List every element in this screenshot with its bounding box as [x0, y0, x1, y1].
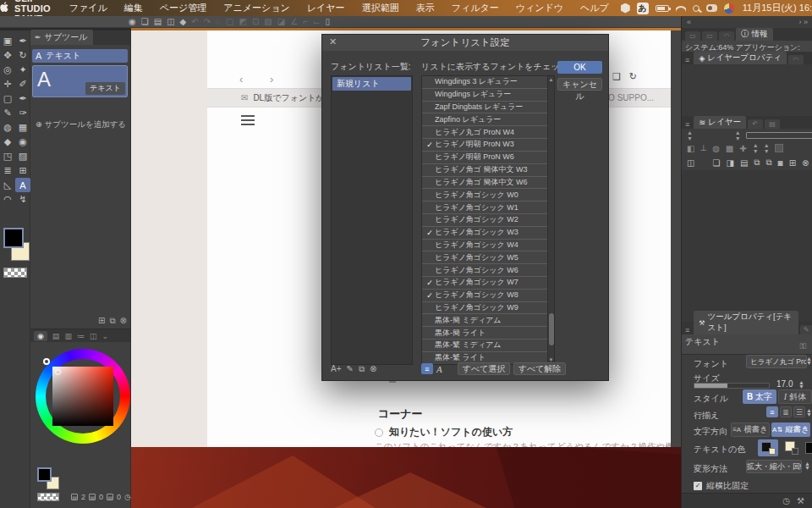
color-set-tab[interactable]: ▥: [64, 332, 72, 340]
input-method-icon[interactable]: あ: [637, 3, 649, 14]
font-row[interactable]: ✓ヒラギノ明朝 ProN W3: [422, 139, 547, 152]
csp-logo-icon[interactable]: ◉: [129, 16, 136, 28]
blend-tool[interactable]: ◉: [15, 135, 30, 149]
font-row[interactable]: Wingdings 3 レギュラー: [422, 76, 547, 89]
dialog-close-icon[interactable]: ✕: [329, 36, 337, 47]
snap-ruler-icon[interactable]: ∠: [290, 16, 298, 28]
font-row[interactable]: Zapf Dingbats レギュラー: [422, 102, 547, 114]
modify-tool-icon[interactable]: ✎: [800, 325, 812, 334]
menu-item-1[interactable]: 編集: [124, 2, 143, 14]
polyline-tool[interactable]: ◺: [0, 178, 15, 192]
spotlight-search-icon[interactable]: [693, 3, 700, 14]
panel-menu-icon[interactable]: ≡: [685, 326, 689, 334]
csp-status-icon[interactable]: [621, 3, 630, 14]
main-color-swatch-small[interactable]: [37, 467, 52, 482]
align-right-icon[interactable]: ☰: [793, 406, 805, 417]
font-row[interactable]: ヒラギノ丸ゴ ProN W4: [422, 126, 547, 139]
tab-layer[interactable]: ≋ レイヤー: [694, 116, 746, 129]
tab-layer-property[interactable]: ◈ レイヤープロパティ: [694, 52, 787, 64]
shrink-selection-icon[interactable]: ▧: [264, 16, 272, 28]
clip-at-layer-icon[interactable]: ◧: [687, 144, 694, 153]
tab-info[interactable]: ⓘ 情報: [736, 28, 773, 41]
font-list-scrollbar[interactable]: ▲ ▼: [547, 76, 554, 364]
dock-collapse-right-icon[interactable]: › »: [798, 18, 808, 28]
timelapse-icon[interactable]: ◷: [124, 493, 131, 501]
more-tab[interactable]: ⌄: [102, 332, 108, 340]
font-checkbox-checked[interactable]: ✓: [425, 229, 435, 237]
font-row[interactable]: 黒体-簡 ライト: [422, 327, 547, 340]
qa-link-row[interactable]: 知りたい！ソフトの使い方: [375, 425, 513, 439]
font-checkbox-checked[interactable]: ✓: [425, 279, 435, 287]
snap-special-icon[interactable]: ⌙: [313, 16, 320, 28]
merge-layer-icon[interactable]: ⧉: [765, 157, 771, 168]
italic-toggle[interactable]: I 斜体: [778, 389, 812, 404]
font-list-name-list[interactable]: 新規リスト: [331, 75, 413, 365]
item-bank-tab-icon[interactable]: ◠: [719, 31, 734, 41]
font-row[interactable]: ✓ヒラギノ角ゴシック W3: [422, 227, 547, 240]
eraser-tool[interactable]: ◆: [0, 135, 15, 149]
font-row[interactable]: ヒラギノ角ゴシック W2: [422, 214, 547, 227]
subtool-tile-text[interactable]: A テキスト: [32, 65, 128, 97]
snap-grid-icon[interactable]: ⌐: [303, 16, 308, 28]
menu-item-3[interactable]: アニメーション: [223, 2, 290, 14]
font-row[interactable]: Zapfino レギュラー: [422, 113, 547, 126]
new-file-icon[interactable]: ❏: [141, 16, 149, 28]
apple-menu-icon[interactable]: [0, 2, 9, 14]
text-color-sub[interactable]: [785, 441, 798, 455]
scrollbar-thumb[interactable]: [549, 313, 554, 345]
invert-selection-icon[interactable]: ◩: [239, 16, 247, 28]
animation-tab-icon[interactable]: ◠: [788, 55, 804, 64]
delete-subtool-icon[interactable]: ⊗: [120, 316, 127, 326]
font-row[interactable]: ✓ヒラギノ角ゴシック W8: [422, 290, 547, 302]
font-row[interactable]: ✓ヒラギノ角ゴシック W7: [422, 277, 547, 290]
rotate-canvas-tool[interactable]: ↻: [15, 48, 30, 63]
delete-layer-icon[interactable]: ⊗: [802, 158, 809, 168]
hue-ring-knob[interactable]: [43, 358, 50, 365]
size-stepper[interactable]: ▲▼: [798, 380, 804, 389]
new-vector-layer-icon[interactable]: ◨: [726, 158, 733, 168]
layer-list-empty[interactable]: [682, 170, 812, 322]
align-stepper[interactable]: ▲▼: [806, 408, 812, 417]
transform-dropdown[interactable]: 拡大・縮小・回転: [746, 460, 802, 473]
correct-line-tool[interactable]: ↯: [15, 192, 30, 207]
new-raster-layer-icon[interactable]: ❏: [712, 158, 720, 168]
text-tool[interactable]: A: [15, 178, 30, 192]
hand-tool[interactable]: ✥: [0, 48, 15, 63]
menu-item-0[interactable]: ファイル: [69, 2, 107, 14]
apply-mask-icon[interactable]: ⊞: [789, 158, 796, 168]
saturation-value-square[interactable]: [52, 367, 113, 426]
ok-button[interactable]: OK: [557, 61, 602, 74]
reselect-icon[interactable]: ▢: [226, 16, 233, 28]
align-center-icon[interactable]: ≣: [780, 406, 792, 417]
dock-collapse-left-icon[interactable]: «: [687, 18, 691, 28]
edit-font-list-icon[interactable]: ✎: [347, 364, 354, 374]
layer-mask-icon[interactable]: ◙: [778, 158, 783, 168]
font-row[interactable]: ヒラギノ明朝 ProN W6: [422, 152, 547, 164]
font-checkbox-checked[interactable]: ✓: [425, 141, 435, 149]
frame-border-tool[interactable]: ⊞: [15, 163, 30, 178]
size-slider[interactable]: [694, 383, 770, 389]
panel-menu-icon[interactable]: ≡: [685, 56, 689, 64]
pencil-tool[interactable]: ✎: [0, 106, 15, 120]
mixing-palette-tab[interactable]: ≔: [77, 332, 85, 340]
panel-menu-icon[interactable]: ≡: [685, 120, 689, 129]
auto-select-tool[interactable]: ✦: [15, 63, 30, 77]
subtool-tab[interactable]: ✒ サブツール: [30, 30, 93, 45]
palette-color-chip[interactable]: [775, 144, 783, 152]
font-row[interactable]: ヒラギノ角ゴシック W1: [422, 202, 547, 214]
two-pane-icon[interactable]: ◫: [687, 158, 694, 168]
balloon-tool[interactable]: ◠: [0, 192, 15, 207]
zoom-tool[interactable]: ◎: [0, 63, 15, 77]
brush-tool[interactable]: ✑: [15, 106, 30, 120]
cancel-button[interactable]: キャンセル: [557, 78, 602, 91]
color-wheel-tab[interactable]: ◉: [34, 331, 47, 341]
lock-transparent-icon[interactable]: ◍: [712, 144, 720, 153]
font-row[interactable]: ヒラギノ角ゴシック W9: [422, 302, 547, 315]
selection-marquee-tool[interactable]: ▢: [0, 91, 15, 106]
font-checkbox-checked[interactable]: ✓: [425, 291, 435, 300]
menu-item-9[interactable]: ヘルプ: [580, 2, 609, 14]
text-color-custom[interactable]: [805, 442, 812, 454]
aspect-lock-checkbox-row[interactable]: ✓ 縦横比固定: [694, 480, 749, 492]
delete-font-list-icon[interactable]: ⊗: [370, 364, 376, 374]
size-value[interactable]: 17.0: [776, 379, 793, 389]
